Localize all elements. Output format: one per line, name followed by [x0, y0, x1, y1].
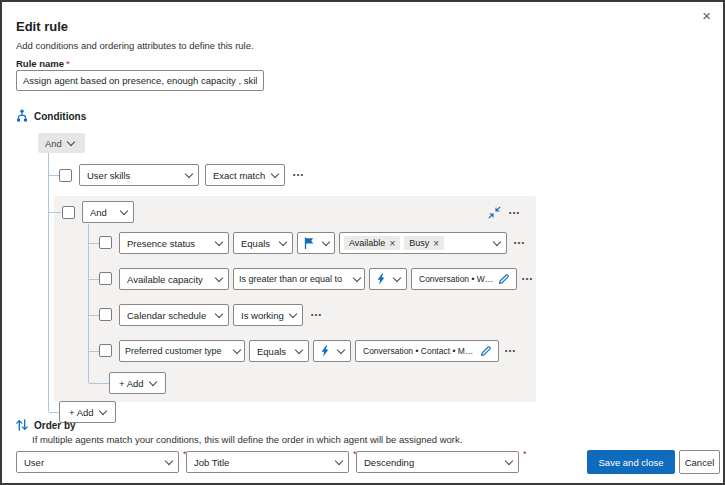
- dynamic-value-field[interactable]: Conversation • Work Stream • Ca...: [411, 268, 517, 290]
- chevron-down-icon: [215, 309, 223, 317]
- tag-label: Available: [349, 238, 385, 248]
- more-options-icon[interactable]: …: [504, 342, 517, 354]
- presence-flag-icon: [304, 237, 315, 249]
- order-attribute-select[interactable]: User: [16, 451, 179, 473]
- tree-connector-line: [48, 153, 49, 412]
- tag-remove-icon[interactable]: ×: [433, 239, 439, 248]
- chevron-down-icon: [165, 456, 173, 464]
- field-select[interactable]: User skills: [79, 164, 199, 186]
- tree-connector-line: [49, 412, 59, 413]
- tree-connector-line: [89, 279, 99, 280]
- dynamic-value-field[interactable]: Conversation • Contact • Membe...: [355, 340, 499, 362]
- order-by-section-label: Order by: [34, 420, 76, 431]
- chevron-down-icon: [337, 345, 345, 353]
- dynamic-value-text: Conversation • Work Stream • Ca...: [419, 274, 494, 284]
- edit-rule-dialog: × Edit rule Add conditions and ordering …: [0, 0, 725, 485]
- field-select[interactable]: Available capacity: [119, 268, 229, 290]
- value-type-dropdown[interactable]: [369, 268, 407, 290]
- field-select[interactable]: Presence status: [119, 232, 229, 254]
- chevron-down-icon: [98, 406, 106, 414]
- chevron-down-icon: [289, 309, 297, 317]
- select-value: Equals: [241, 238, 274, 249]
- select-value: Equals: [257, 346, 290, 357]
- more-options-icon[interactable]: …: [513, 234, 526, 246]
- more-options-icon[interactable]: …: [521, 270, 534, 282]
- chevron-down-icon: [353, 273, 361, 281]
- sort-order-icon: [15, 418, 29, 432]
- row-checkbox[interactable]: [59, 169, 72, 182]
- tree-connector-line: [89, 243, 99, 244]
- value-type-dropdown[interactable]: [313, 340, 351, 362]
- select-value: Is working: [241, 310, 284, 321]
- dialog-subtitle: Add conditions and ordering attributes t…: [16, 40, 254, 51]
- edit-pencil-icon[interactable]: [480, 345, 492, 357]
- dynamic-value-lightning-icon: [376, 273, 386, 285]
- row-checkbox[interactable]: [99, 272, 112, 285]
- chevron-down-icon: [393, 273, 401, 281]
- edit-pencil-icon[interactable]: [498, 273, 510, 285]
- select-value: Available capacity: [127, 274, 210, 285]
- chevron-down-icon: [295, 345, 303, 353]
- order-attribute-select[interactable]: Job Title: [186, 451, 349, 473]
- chevron-down-icon: [67, 137, 75, 145]
- field-select[interactable]: Calendar schedule: [119, 304, 229, 326]
- select-value: Presence status: [127, 238, 210, 249]
- tag-label: Busy: [409, 238, 429, 248]
- more-options-icon[interactable]: …: [310, 306, 323, 318]
- field-select[interactable]: Preferred customer type: [119, 340, 245, 362]
- root-operator-value: And: [45, 138, 62, 149]
- select-value: User: [24, 457, 160, 468]
- select-value: Exact match: [213, 170, 266, 181]
- chevron-down-icon: [120, 206, 128, 214]
- group-operator-dropdown[interactable]: And: [82, 201, 134, 223]
- tree-connector-line: [89, 351, 99, 352]
- tree-connector-line: [49, 212, 61, 213]
- value-combobox[interactable]: Available × Busy ×: [339, 232, 507, 254]
- conditions-section-header: Conditions: [15, 109, 86, 123]
- dynamic-value-lightning-icon: [320, 345, 330, 357]
- tree-connector-line: [89, 383, 109, 384]
- chevron-down-icon: [148, 377, 156, 385]
- operator-select[interactable]: Equals: [249, 340, 309, 362]
- tag-remove-icon[interactable]: ×: [389, 239, 395, 248]
- select-value: Calendar schedule: [127, 310, 210, 321]
- chevron-down-icon: [185, 169, 193, 177]
- add-condition-button[interactable]: + Add: [109, 372, 166, 394]
- more-options-icon[interactable]: …: [292, 166, 305, 178]
- operator-select[interactable]: Is working: [233, 304, 303, 326]
- collapse-group-icon[interactable]: [488, 206, 501, 219]
- select-value: And: [90, 207, 115, 218]
- required-marker: *: [523, 449, 527, 459]
- chevron-down-icon: [279, 237, 287, 245]
- row-checkbox[interactable]: [99, 308, 112, 321]
- row-checkbox[interactable]: [99, 236, 112, 249]
- operator-select[interactable]: Is greater than or equal to: [233, 268, 365, 290]
- selected-tag: Busy ×: [404, 236, 444, 250]
- close-icon[interactable]: ×: [702, 8, 711, 23]
- dynamic-value-text: Conversation • Contact • Membe...: [363, 346, 476, 356]
- selected-tag: Available ×: [344, 236, 400, 250]
- tree-connector-line: [49, 175, 59, 176]
- required-marker: *: [66, 58, 70, 69]
- more-options-icon[interactable]: …: [508, 204, 521, 216]
- conditions-icon: [15, 109, 29, 123]
- cancel-button[interactable]: Cancel: [679, 450, 720, 474]
- root-operator-dropdown[interactable]: And: [38, 133, 85, 153]
- value-type-dropdown[interactable]: [297, 232, 335, 254]
- conditions-section-label: Conditions: [34, 111, 86, 122]
- order-direction-select[interactable]: Descending: [356, 451, 519, 473]
- rule-name-label-text: Rule name: [16, 58, 64, 69]
- row-checkbox[interactable]: [99, 344, 112, 357]
- chevron-down-icon: [215, 237, 223, 245]
- save-and-close-button[interactable]: Save and close: [587, 450, 675, 474]
- chevron-down-icon: [271, 169, 279, 177]
- select-value: User skills: [87, 170, 180, 181]
- operator-select[interactable]: Equals: [233, 232, 293, 254]
- chevron-down-icon: [321, 237, 329, 245]
- select-value: Job Title: [194, 457, 330, 468]
- select-value: Is greater than or equal to: [239, 274, 348, 284]
- rule-name-input[interactable]: [16, 70, 264, 91]
- dialog-title: Edit rule: [16, 19, 68, 34]
- operator-select[interactable]: Exact match: [205, 164, 285, 186]
- group-checkbox[interactable]: [62, 206, 75, 219]
